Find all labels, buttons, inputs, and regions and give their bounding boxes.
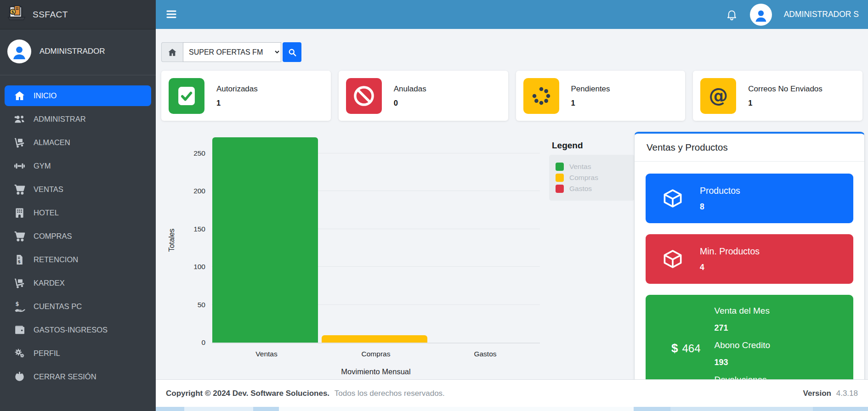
sidebar-item-label: INICIO (34, 91, 57, 100)
sidebar-item-gym[interactable]: GYM (5, 156, 151, 176)
stat-label: Pendientes (571, 84, 610, 94)
stat-label: Autorizadas (216, 84, 258, 94)
ban-icon (346, 78, 382, 114)
gears-icon (13, 348, 26, 359)
chart-legend: VentasComprasGastos (549, 155, 635, 201)
currency-symbol: $ (671, 341, 678, 355)
search-button[interactable] (283, 42, 301, 62)
sidebar-item-label: GASTOS-INGRESOS (34, 326, 108, 334)
panel-title: Ventas y Productos (635, 134, 864, 162)
sidebar-item-label: ADMINISTRAR (34, 115, 86, 124)
sidebar-item-inicio[interactable]: INICIO (5, 85, 151, 106)
chart-x-labels: VentasComprasGastos (212, 350, 540, 358)
home-button[interactable] (161, 42, 183, 62)
chart-y-axis-label: Totales (166, 137, 178, 343)
chart-y-tick: 250 (182, 149, 205, 158)
legend-swatch (556, 163, 564, 171)
home-icon (168, 48, 177, 57)
stat-value: 1 (216, 99, 258, 107)
sidebar-item-label: VENTAS (34, 185, 63, 194)
legend-entry-compras: Compras (556, 174, 628, 182)
stat-card-pendientes[interactable]: Pendientes1 (516, 71, 686, 121)
at-icon: @ (700, 78, 736, 114)
panel-row-value: 271 (715, 323, 770, 333)
sidebar-item-almacen[interactable]: ALMACEN (5, 132, 151, 153)
spinner-icon (523, 78, 559, 114)
sidebar-user-panel: ADMINISTRADOR (0, 29, 156, 75)
sidebar-item-perfil[interactable]: PERFIL (5, 343, 151, 364)
sidebar-user-name: ADMINISTRADOR (40, 47, 105, 56)
panel-row-label: Venta del Mes (715, 306, 770, 316)
footer-copyright: Copyright © 2024 Dev. Software Solucione… (166, 389, 329, 398)
panel-row-value: 193 (715, 358, 770, 367)
chart-x-label-gastos: Gastos (431, 350, 540, 358)
sidebar-item-label: CUENTAS PC (34, 302, 82, 311)
svg-text:$: $ (15, 301, 19, 307)
chart-y-tick: 100 (182, 263, 205, 271)
main-chart: Totales Movimiento Mensual VentasCompras… (212, 137, 540, 343)
stat-value: 1 (748, 99, 823, 107)
chart-x-label-compras: Compras (321, 350, 431, 358)
stat-text: Autorizadas1 (216, 84, 258, 107)
sidebar: $ SSFACT ADMINISTRADOR INICIOADMINISTRAR… (0, 0, 156, 411)
user-avatar (7, 39, 31, 63)
legend-label: Compras (569, 174, 598, 182)
panel-card-productos[interactable]: Productos8 (646, 174, 853, 223)
search-icon (288, 48, 297, 57)
sidebar-item-administrar[interactable]: ADMINISTRAR (5, 109, 151, 129)
check-square-icon (169, 78, 204, 114)
panel-body: Productos8Min. Productos4$464Venta del M… (635, 162, 864, 411)
sidebar-item-cerrar-sesion[interactable]: CERRAR SESIÓN (5, 366, 151, 387)
store-toolbar: SUPER OFERTAS FM (161, 42, 301, 62)
sidebar-item-gastos-ingresos[interactable]: GASTOS-INGRESOS (5, 320, 151, 340)
legend-label: Ventas (569, 163, 591, 171)
chart-y-tick: 150 (182, 225, 205, 233)
sidebar-item-label: ALMACEN (34, 138, 70, 147)
panel-card-currency: $464 (671, 341, 701, 355)
stat-card-autorizadas[interactable]: Autorizadas1 (161, 71, 331, 121)
hand-dollar-icon: $ (13, 301, 26, 312)
sidebar-item-hotel[interactable]: HOTEL (5, 203, 151, 223)
panel-card-value: 4 (700, 263, 760, 272)
stats-row: Autorizadas1Anuladas0Pendientes1@Correos… (161, 71, 862, 121)
notifications-bell-icon[interactable] (726, 8, 738, 21)
footer-rights: Todos los derechos reservados. (335, 389, 445, 398)
chart-x-label-ventas: Ventas (212, 350, 321, 358)
topbar-user-name[interactable]: ADMINISTRADOR S (784, 10, 859, 19)
main-content: SUPER OFERTAS FM Autorizadas1Anuladas0Pe… (156, 29, 868, 411)
app-brand: SSFACT (33, 10, 68, 20)
footer: Copyright © 2024 Dev. Software Solucione… (156, 379, 868, 407)
sidebar-item-cuentas-pc[interactable]: $CUENTAS PC (5, 296, 151, 317)
stat-card-correos-no-enviados[interactable]: @Correos No Enviados1 (693, 71, 862, 121)
store-select[interactable]: SUPER OFERTAS FM (183, 42, 281, 62)
sidebar-item-label: GYM (34, 162, 51, 170)
stat-card-anuladas[interactable]: Anuladas0 (339, 71, 508, 121)
dolly-icon (13, 277, 26, 289)
taskbar-strip (156, 407, 868, 411)
bar-compras (322, 335, 427, 343)
panel-card-min-productos[interactable]: Min. Productos4 (646, 234, 853, 284)
svg-text:$: $ (11, 9, 14, 14)
sidebar-item-label: KARDEX (34, 279, 65, 287)
topbar-avatar[interactable] (750, 4, 772, 26)
legend-swatch (556, 174, 564, 182)
wallet-icon (13, 324, 26, 336)
ventas-productos-panel: Ventas y Productos Productos8Min. Produc… (634, 132, 865, 411)
sidebar-item-ventas[interactable]: VENTAS (5, 179, 151, 200)
sidebar-toggle-button[interactable] (165, 8, 179, 22)
stat-value: 0 (394, 99, 426, 107)
sidebar-menu: INICIOADMINISTRARALMACENGYMVENTASHOTELCO… (0, 75, 156, 387)
sidebar-item-label: CERRAR SESIÓN (34, 372, 96, 381)
sidebar-item-label: HOTEL (34, 208, 59, 217)
chart-y-tick: 200 (182, 187, 205, 195)
topbar: ADMINISTRADOR S (156, 0, 868, 29)
sidebar-item-kardex[interactable]: KARDEX (5, 273, 151, 293)
home-icon (13, 90, 26, 101)
sidebar-item-compras[interactable]: COMPRAS (5, 226, 151, 247)
dumbbell-icon (13, 160, 26, 172)
sidebar-item-retencion[interactable]: $RETENCION (5, 249, 151, 270)
bar-ventas (212, 137, 318, 343)
dolly-icon (13, 137, 26, 148)
app-logo-icon: $ (6, 5, 27, 25)
sidebar-item-label: COMPRAS (34, 232, 72, 241)
